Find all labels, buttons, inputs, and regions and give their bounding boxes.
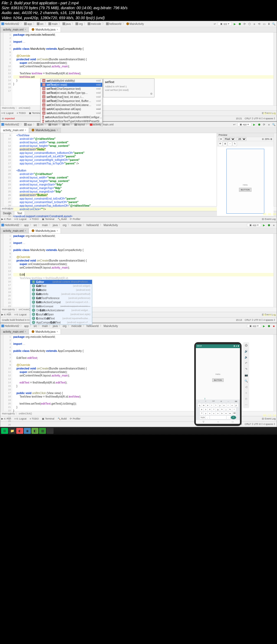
avd-icon[interactable]: ▭ [262, 22, 266, 26]
emu-nav-back-icon[interactable]: ▽ [203, 421, 204, 423]
emu-key[interactable]: g [216, 408, 220, 411]
debug-icon[interactable]: ⬢ [238, 22, 242, 26]
tab-logcat[interactable]: ≡ 6: Logcat [1, 112, 14, 114]
code-editor[interactable]: package org.meicode.helloworld; import .… [12, 32, 273, 105]
profile-icon[interactable]: ⟳ [243, 22, 246, 26]
editor-tabs: activity_main.xml× MainActivity.java× [0, 27, 277, 32]
emu-key[interactable]: p [235, 404, 238, 407]
design-tab[interactable]: Design [0, 211, 14, 216]
emu-key[interactable]: t [214, 404, 218, 407]
tab-java[interactable]: MainActivity.java× [29, 27, 61, 32]
ide-frame-4: 00:13:54 HelloWorld2 〉app 〉src 〉main 〉ja… [0, 323, 277, 427]
android-emulator: ⏻ 🔊 🔉 ↶ ↷ 📷 🔍 ◁ ○ □ ⋯ 10:14▮ ▲ ▮ Hello B… [194, 342, 242, 426]
emu-key[interactable]: d [208, 408, 212, 411]
start-button[interactable]: ⊞ [1, 428, 8, 434]
timestamp-1: 00:03:06 [263, 112, 276, 115]
pt-eye-icon[interactable]: 👁 [218, 142, 222, 146]
emu-key[interactable]: a [200, 408, 203, 411]
emu-key[interactable]: k [228, 408, 232, 411]
back-icon[interactable]: ↩ [213, 22, 217, 26]
emu-key[interactable]: ⇧ [200, 412, 203, 415]
device-preview[interactable]: Hello BUTTON [226, 149, 264, 214]
emu-key[interactable]: s [204, 408, 207, 411]
emulator-screen[interactable]: 10:14▮ ▲ ▮ Hello BUTTON ‹ ☺ GIF ⚙ ⋯ ⌨ qw… [196, 344, 240, 424]
emu-power-icon[interactable]: ⏻ [244, 343, 248, 348]
stop-icon[interactable]: ■ [272, 324, 276, 328]
meta-file: File: 2. Build your first application - … [2, 1, 275, 5]
left-tool-gutter[interactable] [0, 32, 4, 105]
run-config[interactable]: ▣ app ▾ [218, 22, 232, 26]
run-icon[interactable]: ▶ [233, 22, 237, 26]
emu-screenshot-icon[interactable]: 📷 [244, 373, 248, 377]
tab-xml-active[interactable]: activity_main.xml× [0, 128, 29, 133]
preview-panel: Preview ⬚▾ Pixel 28 ⊖ 29% ⊕ 👁 ⊞ ↔ ↻ Hell… [217, 133, 273, 206]
emu-key-space[interactable] [210, 416, 226, 419]
nav-seg[interactable]: app [24, 22, 32, 25]
autocomplete-popup-2[interactable]: IEditor(android.content.SharedPreferen… … [30, 280, 92, 325]
emu-key[interactable]: l [232, 408, 236, 411]
autocomplete-popup[interactable]: msetVisibility(int visibility)void msetT… [40, 78, 103, 124]
emu-nav-home-icon[interactable]: ○ [217, 421, 219, 423]
ide-frame-2: 00:06:04 HelloWorld2 〉app 〉src 〉main 〉re… [0, 121, 277, 222]
quick-doc: setText Added in API level 1 void setTex… [103, 78, 154, 97]
emu-key[interactable]: m [228, 412, 232, 415]
emu-key[interactable]: v [216, 412, 220, 415]
emu-more-icon[interactable]: ⋯ [244, 403, 248, 407]
stop-icon[interactable]: ■ [252, 22, 256, 26]
emu-key[interactable]: x [208, 412, 212, 415]
right-tool-gutter[interactable] [273, 32, 277, 105]
emu-key[interactable]: e [206, 404, 210, 407]
meta-audio: Audio: aac, 44100 Hz, 2 channels, s16, 1… [2, 10, 275, 15]
emu-key[interactable]: c [212, 412, 216, 415]
meta-size: Size: 83619170 bytes (79.75 MiB), durati… [2, 5, 275, 10]
tab-todo[interactable]: ≡ TODO [17, 112, 26, 114]
emu-voldown-icon[interactable]: 🔉 [244, 355, 248, 359]
tab-terminal[interactable]: ▣ Terminal [29, 112, 41, 114]
device-select[interactable]: Pixel [223, 137, 235, 141]
emu-key[interactable]: j [224, 408, 228, 411]
emu-overview-icon[interactable]: □ [244, 397, 248, 401]
emu-key[interactable]: f [212, 408, 216, 411]
emu-key[interactable]: w [202, 404, 206, 407]
ide-frame-1: 00:03:06 HelloWorld2 〉app 〉src 〉main 〉ja… [0, 21, 277, 121]
emu-back-icon[interactable]: ◁ [244, 385, 248, 389]
emu-key[interactable]: y [218, 404, 222, 407]
nav-project[interactable]: HelloWorld2 [1, 22, 19, 25]
emu-app-button[interactable]: BUTTON [212, 378, 224, 382]
emu-zoom-icon[interactable]: 🔍 [244, 379, 248, 383]
emu-key[interactable]: b [220, 412, 224, 415]
ac-item[interactable]: msetVisibility(int visibility)void [41, 79, 102, 83]
emu-rotate-right-icon[interactable]: ↷ [244, 367, 248, 371]
sdk-icon[interactable]: ⬇ [267, 22, 271, 26]
attach-icon[interactable]: ⬡ [248, 22, 251, 26]
ide-frame-3: 00:09:03 HelloWorld2 〉app 〉src 〉main 〉ja… [0, 222, 277, 323]
emu-volup-icon[interactable]: 🔊 [244, 349, 248, 354]
emu-key-sym[interactable]: ?123 [200, 416, 205, 419]
code-editor-3[interactable]: package org.meicode.helloworld; import .… [12, 234, 273, 307]
emu-key[interactable]: o [230, 404, 234, 407]
search-icon[interactable]: 🔍 [272, 22, 276, 26]
emu-key[interactable]: i [226, 404, 230, 407]
emu-key[interactable]: h [220, 408, 224, 411]
emu-key[interactable]: n [224, 412, 228, 415]
emu-key[interactable]: r [210, 404, 214, 407]
api-select[interactable]: 28 [236, 137, 246, 141]
emu-key[interactable]: z [204, 412, 207, 415]
emu-key[interactable]: u [222, 404, 226, 407]
timestamp-3: 00:09:03 [263, 314, 276, 317]
emu-nav-overview-icon[interactable]: □ [232, 421, 233, 423]
line-numbers: 12345 678910 1112131415 1617 [4, 32, 12, 105]
sync-icon[interactable]: ⟲ [257, 22, 261, 26]
orientation-icon[interactable]: ⬚▾ [218, 138, 222, 140]
emu-key-done[interactable]: ✓ [231, 416, 236, 419]
emulator-controls: ⏻ 🔊 🔉 ↶ ↷ 📷 🔍 ◁ ○ □ ⋯ [243, 342, 249, 408]
emu-rotate-left-icon[interactable]: ↶ [244, 361, 248, 365]
emu-key[interactable]: q [198, 404, 202, 407]
xml-editor[interactable]: <TextView android:id="@+id/textView" and… [12, 133, 217, 206]
emu-key[interactable]: ⌫ [232, 412, 236, 415]
emu-keyboard: ‹ ☺ GIF ⚙ ⋯ ⌨ qwertyuiop asdfghjkl ⇧zxcv… [196, 399, 240, 420]
tab-xml[interactable]: activity_main.xml× [0, 27, 29, 32]
emu-home-icon[interactable]: ○ [244, 391, 248, 395]
timestamp-2: 00:06:04 [263, 213, 276, 216]
ac-item-selected[interactable]: msetText(int resid)void [41, 83, 102, 87]
